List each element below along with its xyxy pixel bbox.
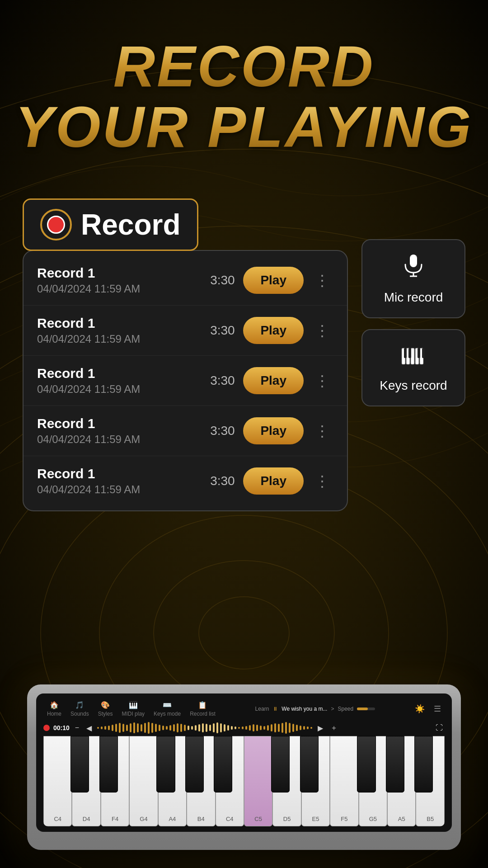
black-key[interactable] xyxy=(214,736,232,793)
play-button[interactable]: Play xyxy=(243,417,304,444)
more-dots-icon[interactable]: ⋮ xyxy=(311,321,333,340)
song-name: We wish you a m... xyxy=(282,706,327,712)
record-date: 04/04/2024 11:59 AM xyxy=(37,433,202,446)
keys-record-card[interactable]: Keys record xyxy=(361,329,465,406)
piano-section: 🏠 Home 🎵 Sounds 🎨 Styles 🎹 MIDI play xyxy=(27,684,461,850)
add-btn[interactable]: ＋ xyxy=(328,723,339,733)
nav-styles[interactable]: 🎨 Styles xyxy=(98,701,113,717)
record-info: Record 1 04/04/2024 11:59 AM xyxy=(37,316,202,345)
record-duration: 3:30 xyxy=(209,474,236,488)
nav-midi[interactable]: 🎹 MIDI play xyxy=(122,701,145,717)
title-line1: RECORD xyxy=(0,36,488,97)
svg-rect-16 xyxy=(411,348,414,364)
title-section: RECORD YOUR PLAYING xyxy=(0,0,488,158)
svg-rect-20 xyxy=(408,348,411,358)
record-dot-icon xyxy=(47,216,65,234)
record-duration: 3:30 xyxy=(209,323,236,338)
piano-nav-bar: 🏠 Home 🎵 Sounds 🎨 Styles 🎹 MIDI play xyxy=(43,699,445,719)
record-date: 04/04/2024 11:59 AM xyxy=(37,383,202,396)
record-button-label: Record xyxy=(81,208,181,241)
white-key[interactable]: C5 xyxy=(244,736,272,826)
rec-time: 00:10 xyxy=(53,724,70,731)
record-name: Record 1 xyxy=(37,366,202,381)
play-button[interactable]: Play xyxy=(243,267,304,294)
mic-record-card[interactable]: Mic record xyxy=(361,239,465,318)
record-date: 04/04/2024 11:59 AM xyxy=(37,283,202,295)
piano-device: 🏠 Home 🎵 Sounds 🎨 Styles 🎹 MIDI play xyxy=(27,684,461,850)
record-duration: 3:30 xyxy=(209,273,236,288)
svg-rect-21 xyxy=(418,348,420,358)
nav-keys-mode[interactable]: ⌨️ Keys mode xyxy=(154,701,181,717)
nav-record-list[interactable]: 📋 Record list xyxy=(190,701,216,717)
more-dots-icon[interactable]: ⋮ xyxy=(311,472,333,490)
fullscreen-btn[interactable]: ⛶ xyxy=(434,724,445,732)
record-info: Record 1 04/04/2024 11:59 AM xyxy=(37,416,202,446)
record-name: Record 1 xyxy=(37,316,202,331)
zoom-out-btn[interactable]: − xyxy=(73,724,81,732)
record-item: Record 1 04/04/2024 11:59 AM 3:30 Play ⋮ xyxy=(23,306,347,356)
svg-rect-22 xyxy=(422,348,425,358)
record-info: Record 1 04/04/2024 11:59 AM xyxy=(37,466,202,496)
speed-label: Speed xyxy=(338,706,353,712)
record-name: Record 1 xyxy=(37,416,202,431)
black-key[interactable] xyxy=(300,736,319,793)
record-icon xyxy=(40,209,72,241)
record-item: Record 1 04/04/2024 11:59 AM 3:30 Play ⋮ xyxy=(23,356,347,406)
record-info: Record 1 04/04/2024 11:59 AM xyxy=(37,366,202,396)
record-name: Record 1 xyxy=(37,466,202,481)
record-item: Record 1 04/04/2024 11:59 AM 3:30 Play ⋮ xyxy=(23,406,347,456)
black-key[interactable] xyxy=(386,736,404,793)
black-key[interactable] xyxy=(357,736,375,793)
black-key[interactable] xyxy=(99,736,118,793)
rec-dot xyxy=(43,725,50,731)
right-cards: Mic record xyxy=(361,239,465,406)
piano-toolbar: 00:10 − ◀ ▶ ＋ ⛶ xyxy=(43,719,445,736)
record-duration: 3:30 xyxy=(209,424,236,438)
white-key[interactable]: C4 xyxy=(43,736,72,826)
white-key[interactable]: F5 xyxy=(330,736,358,826)
records-list: Record 1 04/04/2024 11:59 AM 3:30 Play ⋮… xyxy=(23,250,348,511)
record-duration: 3:30 xyxy=(209,373,236,388)
piano-keys-icon xyxy=(401,343,426,372)
mic-icon xyxy=(401,253,426,284)
title-line2: YOUR PLAYING xyxy=(0,97,488,157)
record-name: Record 1 xyxy=(37,265,202,281)
play-button[interactable]: Play xyxy=(243,317,304,344)
black-key[interactable] xyxy=(185,736,204,793)
waveform xyxy=(97,722,312,734)
piano-keys: C4D4F4G4A4B4C4C5D5E5F5G5A5B5 xyxy=(43,736,445,826)
nav-home[interactable]: 🏠 Home xyxy=(47,701,61,717)
more-dots-icon[interactable]: ⋮ xyxy=(311,372,333,390)
play-button[interactable]: Play xyxy=(243,467,304,495)
white-key[interactable]: G4 xyxy=(129,736,158,826)
svg-rect-11 xyxy=(410,255,417,267)
record-item: Record 1 04/04/2024 11:59 AM 3:30 Play ⋮ xyxy=(23,255,347,306)
piano-center-info: Learn ⏸ We wish you a m... > Speed xyxy=(225,706,406,712)
record-date: 04/04/2024 11:59 AM xyxy=(37,483,202,496)
play-button[interactable]: Play xyxy=(243,367,304,394)
nav-sounds[interactable]: 🎵 Sounds xyxy=(70,701,89,717)
black-key[interactable] xyxy=(70,736,89,793)
more-dots-icon[interactable]: ⋮ xyxy=(311,271,333,289)
record-panel: Record Record 1 04/04/2024 11:59 AM 3:30… xyxy=(23,198,348,511)
play-btn[interactable]: ▶ xyxy=(316,724,325,732)
svg-rect-19 xyxy=(404,348,407,358)
black-key[interactable] xyxy=(414,736,433,793)
mic-record-label: Mic record xyxy=(384,290,443,305)
black-key[interactable] xyxy=(271,736,290,793)
record-button[interactable]: Record xyxy=(23,198,198,251)
piano-screen: 🏠 Home 🎵 Sounds 🎨 Styles 🎹 MIDI play xyxy=(36,693,452,832)
record-info: Record 1 04/04/2024 11:59 AM xyxy=(37,265,202,295)
record-item: Record 1 04/04/2024 11:59 AM 3:30 Play ⋮ xyxy=(23,456,347,506)
rewind-btn[interactable]: ◀ xyxy=(84,724,94,732)
keys-record-label: Keys record xyxy=(380,378,447,393)
black-key[interactable] xyxy=(156,736,175,793)
more-dots-icon[interactable]: ⋮ xyxy=(311,422,333,440)
record-date: 04/04/2024 11:59 AM xyxy=(37,333,202,345)
